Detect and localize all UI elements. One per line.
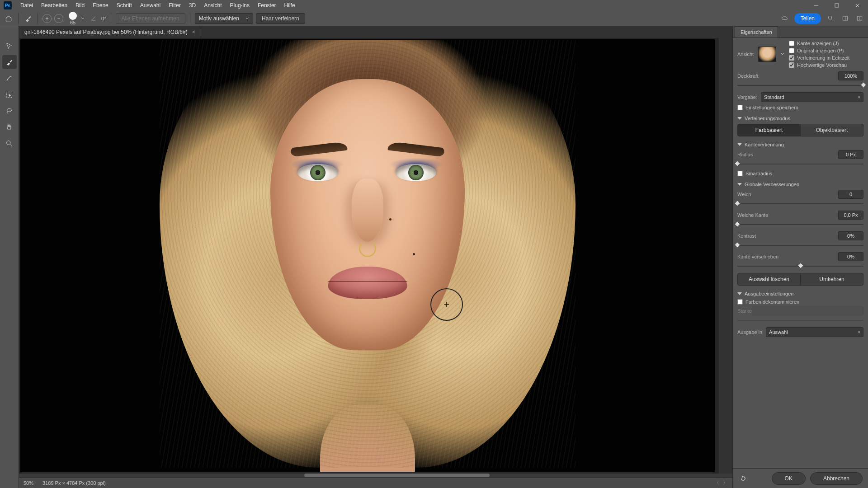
status-zoom[interactable]: 50% (24, 480, 33, 486)
window-minimize[interactable] (806, 0, 826, 11)
svg-point-7 (7, 141, 10, 145)
menu-ebene[interactable]: Ebene (89, 0, 113, 11)
refine-edge-brush-tool[interactable] (2, 55, 17, 69)
check-hq-preview[interactable]: Hochwertige Vorschau (789, 62, 849, 68)
panel-footer: OK Abbrechen (733, 468, 868, 488)
menu-3d[interactable]: 3D (185, 0, 200, 11)
view-thumbnail[interactable] (758, 47, 776, 62)
smooth-slider[interactable] (737, 201, 863, 207)
contrast-slider[interactable] (737, 242, 863, 249)
status-nav: 〈 〉 (714, 479, 728, 486)
workspace-default-icon[interactable] (840, 14, 850, 23)
refine-hair-button[interactable]: Haar verfeinern (256, 13, 305, 24)
menu-fenster[interactable]: Fenster (254, 0, 280, 11)
contrast-label: Kontrast (737, 233, 756, 239)
cloud-docs-icon[interactable] (780, 14, 790, 23)
menu-auswahl[interactable]: Auswahl (136, 0, 165, 11)
brush-size-value: 65 (70, 20, 75, 25)
document-tab[interactable]: girl-1846490 Pexels auf Pixabay.jpg bei … (19, 26, 201, 38)
menu-bar: Ps Datei Bearbeiten Bild Ebene Schrift A… (0, 0, 868, 11)
subtract-from-selection-icon[interactable]: － (54, 14, 63, 23)
share-button[interactable]: Teilen (794, 13, 821, 24)
status-bar: 50% 3189 Px × 4784 Px (300 ppi) 〈 〉 (19, 477, 732, 488)
feather-slider[interactable] (737, 221, 863, 228)
feather-label: Weiche Kante (737, 212, 768, 218)
menu-plugins[interactable]: Plug-ins (226, 0, 254, 11)
home-button[interactable] (4, 14, 14, 23)
check-decontaminate[interactable]: Farben dekontaminieren (737, 299, 863, 305)
zoom-tool[interactable] (2, 136, 17, 150)
search-icon[interactable] (826, 14, 835, 23)
mode-color-button[interactable]: Farbbasiert (737, 124, 801, 136)
smooth-value[interactable]: 0 (838, 190, 863, 199)
clear-selection-button[interactable]: Auswahl löschen (737, 273, 801, 286)
section-edge-detect[interactable]: Kantenerkennung (737, 142, 863, 147)
strength-value (752, 306, 863, 315)
check-save-settings[interactable]: Einstellungen speichern (737, 105, 863, 110)
menu-filter[interactable]: Filter (165, 0, 185, 11)
section-global[interactable]: Globale Verbesserungen (737, 182, 863, 187)
shift-edge-value[interactable]: 0% (838, 252, 863, 261)
menu-bearbeiten[interactable]: Bearbeiten (37, 0, 71, 11)
opacity-slider[interactable] (737, 82, 863, 89)
radius-value[interactable]: 0 Px (838, 150, 863, 159)
nav-next-icon[interactable]: 〉 (723, 479, 728, 486)
reset-button[interactable] (738, 474, 748, 483)
output-to-select[interactable]: Auswahl▾ (766, 327, 863, 337)
feather-value[interactable]: 0,0 Px (838, 211, 863, 220)
properties-panel: Eigenschaften Ansicht Kante anzeigen (J)… (732, 26, 868, 488)
angle-icon[interactable] (89, 14, 99, 23)
section-refine-mode[interactable]: Verfeinerungsmodus (737, 116, 863, 121)
document-canvas[interactable] (21, 40, 714, 472)
ok-button[interactable]: OK (772, 472, 806, 485)
workspace-switch-icon[interactable] (854, 14, 864, 23)
lasso-tool[interactable] (2, 104, 17, 117)
menu-ansicht[interactable]: Ansicht (200, 0, 226, 11)
nav-prev-icon[interactable]: 〈 (714, 479, 719, 486)
tool-strip (0, 26, 19, 488)
opacity-value[interactable]: 100% (838, 71, 863, 80)
check-show-original[interactable]: Original anzeigen (P) (789, 48, 849, 53)
chevron-down-icon[interactable] (781, 52, 784, 56)
scrollbar-thumb[interactable] (304, 474, 490, 477)
horizontal-scrollbar[interactable] (19, 474, 732, 477)
object-select-tool[interactable] (2, 88, 17, 101)
shift-edge-slider[interactable] (737, 263, 863, 269)
menu-schrift[interactable]: Schrift (113, 0, 136, 11)
separator (38, 13, 38, 24)
add-to-selection-icon[interactable]: ＋ (42, 14, 52, 23)
contrast-value[interactable]: 0% (838, 231, 863, 240)
brush-tool[interactable] (2, 71, 17, 85)
hand-tool[interactable] (2, 120, 17, 134)
angle-value[interactable]: 0° (101, 16, 106, 21)
quick-select-tool[interactable] (2, 39, 17, 52)
strength-label: Stärke (737, 308, 752, 314)
sample-all-layers: Alle Ebenen aufnehmen (116, 13, 185, 24)
menu-hilfe[interactable]: Hilfe (280, 0, 299, 11)
menu-datei[interactable]: Datei (16, 0, 37, 11)
menu-bild[interactable]: Bild (71, 0, 89, 11)
preset-select[interactable]: Standard▾ (761, 92, 863, 102)
window-close[interactable] (847, 0, 868, 11)
invert-selection-button[interactable]: Umkehren (801, 273, 863, 286)
opacity-label: Deckkraft (737, 73, 758, 79)
refine-brush-icon[interactable] (23, 14, 33, 23)
check-show-edge[interactable]: Kante anzeigen (J) (789, 41, 849, 46)
window-maximize[interactable] (826, 0, 847, 11)
separator (18, 13, 19, 24)
section-output[interactable]: Ausgabeeinstellungen (737, 291, 863, 296)
panel-tab-properties[interactable]: Eigenschaften (735, 26, 778, 38)
brush-preset[interactable]: 65 (69, 12, 77, 25)
document-tab-title: girl-1846490 Pexels auf Pixabay.jpg bei … (24, 29, 188, 35)
check-realtime-refine[interactable]: Verfeinerung in Echtzeit (789, 55, 849, 61)
svg-rect-0 (835, 4, 839, 7)
radius-slider[interactable] (737, 161, 863, 167)
check-smart-radius[interactable]: Smartradius (737, 171, 863, 176)
mode-object-button[interactable]: Objektbasiert (801, 124, 863, 136)
select-subject-button[interactable]: Motiv auswählen (195, 13, 253, 24)
separator (111, 13, 111, 24)
brush-preset-dropdown[interactable] (80, 17, 86, 20)
close-tab-icon[interactable]: × (192, 29, 195, 35)
brush-sample-icon (69, 12, 77, 20)
cancel-button[interactable]: Abbrechen (810, 472, 863, 485)
